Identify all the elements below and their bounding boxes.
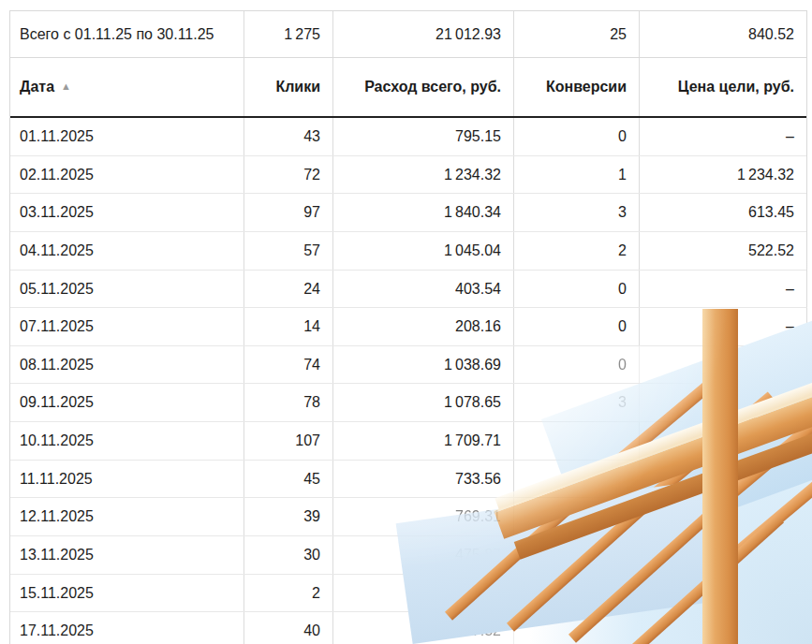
table-row: 07.11.202514208.160– bbox=[10, 308, 807, 346]
table-row: 10.11.20251071 709.71 bbox=[10, 422, 807, 461]
cell-cost: 1 709.71 bbox=[333, 422, 514, 460]
cell-goal-cost: 359.55 bbox=[640, 384, 807, 421]
cell-clicks: 2 bbox=[244, 575, 333, 612]
table-row: 15.11.2025221.61 bbox=[10, 575, 807, 613]
cell-conversions: 3 bbox=[514, 384, 640, 421]
table-row: 09.11.2025781 078.653359.55 bbox=[10, 384, 807, 422]
cell-clicks: 40 bbox=[244, 612, 333, 644]
cell-goal-cost bbox=[640, 536, 807, 574]
cell-clicks: 107 bbox=[244, 422, 333, 460]
column-header-conversions[interactable]: Конверсии bbox=[514, 58, 640, 116]
cell-clicks: 74 bbox=[244, 346, 333, 384]
cell-date: 04.11.2025 bbox=[10, 232, 244, 270]
cell-cost: 733.56 bbox=[333, 461, 514, 498]
cell-date: 05.11.2025 bbox=[10, 271, 244, 308]
cell-conversions bbox=[514, 612, 640, 644]
cell-goal-cost: – bbox=[640, 271, 807, 308]
cell-cost: 208.16 bbox=[333, 308, 514, 345]
cell-goal-cost: – bbox=[640, 308, 807, 345]
cell-goal-cost bbox=[640, 612, 807, 644]
cell-conversions: 0 bbox=[514, 346, 640, 384]
table-row: 08.11.2025741 038.690– bbox=[10, 346, 807, 385]
cell-clicks: 43 bbox=[244, 118, 333, 155]
column-header-goal-cost[interactable]: Цена цели, руб. bbox=[640, 58, 807, 116]
cell-date: 09.11.2025 bbox=[10, 384, 244, 421]
cell-date: 12.11.2025 bbox=[10, 498, 244, 535]
cell-clicks: 78 bbox=[244, 384, 333, 421]
cell-goal-cost bbox=[640, 422, 807, 460]
cell-goal-cost: – bbox=[640, 118, 807, 155]
summary-cost: 21 012.93 bbox=[333, 11, 514, 57]
cell-conversions: 2 bbox=[514, 232, 640, 270]
table-row: 11.11.202545733.56 bbox=[10, 461, 807, 499]
cell-date: 02.11.2025 bbox=[10, 156, 244, 194]
cell-cost: 1 045.04 bbox=[333, 232, 514, 270]
cell-clicks: 72 bbox=[244, 156, 333, 194]
table-row: 03.11.2025971 840.343613.45 bbox=[10, 194, 807, 232]
summary-row: Всего с 01.11.25 по 30.11.25 1 275 21 01… bbox=[10, 11, 807, 58]
table-body: 01.11.202543795.150–02.11.2025721 234.32… bbox=[10, 118, 807, 644]
cell-cost: 795.15 bbox=[333, 118, 514, 155]
summary-conversions: 25 bbox=[514, 11, 640, 57]
cell-cost: 403.54 bbox=[333, 271, 514, 308]
cell-date: 03.11.2025 bbox=[10, 194, 244, 231]
cell-goal-cost: 522.52 bbox=[640, 232, 807, 270]
column-header-cost[interactable]: Расход всего, руб. bbox=[333, 58, 514, 116]
cell-conversions: 0 bbox=[514, 271, 640, 308]
cell-clicks: 30 bbox=[244, 536, 333, 574]
cell-clicks: 57 bbox=[244, 232, 333, 270]
summary-goal-cost: 840.52 bbox=[640, 11, 807, 57]
table-row: 13.11.202530475.87 bbox=[10, 536, 807, 575]
cell-conversions: 1 bbox=[514, 156, 640, 194]
cell-cost: 21.61 bbox=[333, 575, 514, 612]
table-row: 01.11.202543795.150– bbox=[10, 118, 807, 156]
summary-period-label: Всего с 01.11.25 по 30.11.25 bbox=[10, 11, 244, 57]
table-right-border bbox=[806, 10, 807, 319]
cell-date: 17.11.2025 bbox=[10, 612, 244, 644]
cell-clicks: 45 bbox=[244, 461, 333, 498]
cell-clicks: 97 bbox=[244, 194, 333, 231]
cell-date: 13.11.2025 bbox=[10, 536, 244, 574]
column-header-date-label: Дата bbox=[20, 79, 54, 95]
cell-conversions bbox=[514, 536, 640, 574]
cell-cost: 1 840.34 bbox=[333, 194, 514, 231]
cell-goal-cost bbox=[640, 461, 807, 498]
cell-date: 10.11.2025 bbox=[10, 422, 244, 460]
cell-clicks: 24 bbox=[244, 271, 333, 308]
summary-clicks: 1 275 bbox=[244, 11, 333, 57]
cell-conversions bbox=[514, 575, 640, 612]
cell-goal-cost: 613.45 bbox=[640, 194, 807, 231]
cell-cost: 1 234.32 bbox=[333, 156, 514, 194]
cell-goal-cost: – bbox=[640, 346, 807, 384]
cell-cost: 475.87 bbox=[333, 536, 514, 574]
cell-clicks: 14 bbox=[244, 308, 333, 345]
column-header-date[interactable]: Дата ▲ bbox=[10, 58, 244, 116]
cell-goal-cost bbox=[640, 575, 807, 612]
cell-goal-cost bbox=[640, 498, 807, 535]
sort-ascending-icon: ▲ bbox=[61, 80, 71, 92]
column-header-clicks[interactable]: Клики bbox=[244, 58, 333, 116]
table-row: 17.11.202540797.32 bbox=[10, 612, 807, 644]
table-row: 02.11.2025721 234.3211 234.32 bbox=[10, 156, 807, 195]
stats-table: Всего с 01.11.25 по 30.11.25 1 275 21 01… bbox=[9, 10, 807, 644]
table-row: 05.11.202524403.540– bbox=[10, 271, 807, 309]
page: { "table": { "summary": { "period": "Все… bbox=[0, 0, 812, 644]
cell-conversions bbox=[514, 422, 640, 460]
cell-date: 11.11.2025 bbox=[10, 461, 244, 498]
table-row: 04.11.2025571 045.042522.52 bbox=[10, 232, 807, 271]
cell-date: 01.11.2025 bbox=[10, 118, 244, 155]
cell-date: 08.11.2025 bbox=[10, 346, 244, 384]
cell-cost: 797.32 bbox=[333, 612, 514, 644]
cell-goal-cost: 1 234.32 bbox=[640, 156, 807, 194]
cell-conversions: 0 bbox=[514, 118, 640, 155]
cell-date: 07.11.2025 bbox=[10, 308, 244, 345]
cell-conversions: 3 bbox=[514, 194, 640, 231]
cell-cost: 769.31 bbox=[333, 498, 514, 535]
cell-conversions bbox=[514, 498, 640, 535]
cell-cost: 1 078.65 bbox=[333, 384, 514, 421]
table-row: 12.11.202539769.31 bbox=[10, 498, 807, 536]
cell-cost: 1 038.69 bbox=[333, 346, 514, 384]
header-row: Дата ▲ Клики Расход всего, руб. Конверси… bbox=[10, 58, 807, 118]
cell-clicks: 39 bbox=[244, 498, 333, 535]
cell-conversions: 0 bbox=[514, 308, 640, 345]
